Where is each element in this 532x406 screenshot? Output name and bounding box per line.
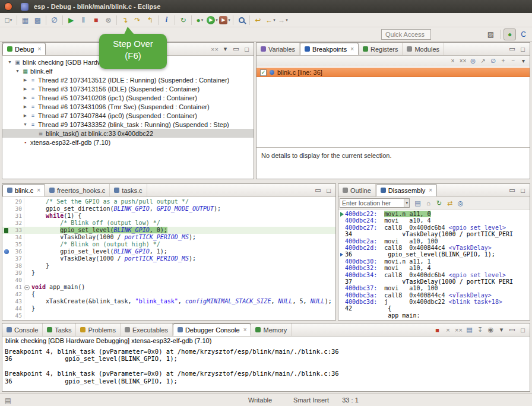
dropdown-caret-icon[interactable]: ▾ bbox=[228, 18, 230, 23]
debug-tree[interactable]: ▼▣blink checking [GDB Hardwar...▼▦blink.… bbox=[2, 56, 254, 179]
skip-all-breakpoints-toggle[interactable]: ∅ bbox=[488, 56, 498, 66]
dropdown-caret-icon[interactable]: ▾ bbox=[286, 18, 288, 23]
quick-access-input[interactable]: Quick Access bbox=[381, 29, 431, 40]
suspend-button[interactable]: ‖ bbox=[77, 14, 90, 26]
annotation-ruler[interactable] bbox=[2, 269, 10, 277]
tab-tasks-c[interactable]: tasks.c bbox=[110, 184, 147, 196]
tree-collapsed-arrow[interactable]: ▶ bbox=[21, 78, 29, 83]
home-button[interactable]: ⌂ bbox=[423, 198, 433, 208]
terminate-button[interactable]: ■ bbox=[90, 14, 102, 26]
breakpoint-item[interactable]: ✓ blink.c [line: 36] bbox=[256, 68, 530, 77]
terminate-button[interactable]: ■ bbox=[432, 325, 442, 335]
save-all-button[interactable]: ▩ bbox=[31, 14, 44, 26]
annotation-ruler[interactable] bbox=[2, 291, 10, 298]
annotation-ruler[interactable] bbox=[2, 220, 10, 227]
step-over-button[interactable]: ↷ bbox=[131, 14, 144, 26]
goto-file-button[interactable]: ↗ bbox=[478, 56, 488, 66]
tab-debugger-console[interactable]: Debugger Console× bbox=[173, 323, 252, 336]
view-menu-button[interactable]: ▾ bbox=[518, 56, 528, 66]
close-tab-icon[interactable]: × bbox=[37, 187, 40, 194]
tab-blink-c[interactable]: blink.c× bbox=[2, 184, 45, 196]
save-button[interactable]: ▦ bbox=[19, 14, 31, 26]
editor-presentation-icon[interactable]: ▤ bbox=[2, 395, 14, 406]
close-tab-icon[interactable]: × bbox=[37, 46, 41, 52]
annotation-ruler[interactable] bbox=[2, 227, 10, 234]
tree-row-thread-6[interactable]: ▶≡Thread #6 1073431096 (Tmr Svc) (Suspen… bbox=[2, 102, 254, 111]
annotation-ruler[interactable] bbox=[2, 205, 10, 212]
annotation-ruler[interactable] bbox=[2, 262, 10, 269]
annotation-ruler[interactable] bbox=[2, 284, 10, 291]
console-output[interactable]: Breakpoint 4, blink_task (pvParameter=0x… bbox=[2, 347, 530, 391]
tree-expanded-arrow[interactable]: ▼ bbox=[14, 69, 21, 73]
annotation-ruler[interactable] bbox=[2, 241, 10, 248]
skip-all-breakpoints-button[interactable]: ∅ bbox=[48, 14, 61, 26]
pin-console-button[interactable]: ◉ bbox=[486, 325, 496, 335]
location-combo[interactable]: Enter location her ▾ bbox=[340, 198, 410, 208]
maximize-button[interactable]: □ bbox=[518, 44, 528, 54]
new-button[interactable]: □▾ bbox=[2, 14, 15, 26]
minimize-button[interactable]: ▭ bbox=[507, 44, 517, 54]
tab-modules[interactable]: Modules bbox=[403, 43, 444, 55]
step-return-button[interactable]: ↰ bbox=[144, 14, 156, 26]
show-supported-breakpoints-button[interactable]: ◎ bbox=[468, 56, 478, 66]
annotation-ruler[interactable] bbox=[2, 312, 10, 319]
console-menu-button[interactable]: ▾ bbox=[496, 325, 506, 335]
remove-breakpoint-button[interactable]: × bbox=[448, 56, 458, 66]
annotation-ruler[interactable] bbox=[2, 198, 10, 205]
dropdown-caret-icon[interactable]: ▾ bbox=[10, 18, 12, 23]
tab-freertos-hooks-c[interactable]: freertos_hooks.c bbox=[45, 184, 110, 196]
tree-row-thread-7[interactable]: ▶≡Thread #7 1073407844 (ipc0) (Suspended… bbox=[2, 111, 254, 120]
maximize-button[interactable]: □ bbox=[242, 44, 252, 54]
collapse-all-button[interactable]: − bbox=[508, 56, 518, 66]
annotation-ruler[interactable] bbox=[2, 298, 10, 305]
clear-console-button[interactable]: ▤ bbox=[464, 325, 474, 335]
tracking-options-button[interactable]: ◎ bbox=[455, 198, 466, 208]
disassembly-ruler[interactable] bbox=[338, 212, 345, 217]
annotation-ruler[interactable] bbox=[2, 248, 10, 255]
disassembly-ruler[interactable] bbox=[338, 253, 345, 256]
tree-collapsed-arrow[interactable]: ▶ bbox=[21, 87, 29, 91]
annotation-ruler[interactable] bbox=[2, 277, 10, 284]
combo-dropdown-icon[interactable]: ▾ bbox=[404, 199, 409, 207]
run-button[interactable]: ▶▾ bbox=[206, 14, 218, 26]
tab-tasks[interactable]: Tasks bbox=[43, 323, 76, 336]
tree-row-gdb[interactable]: ▪xtensa-esp32-elf-gdb (7.10) bbox=[2, 138, 254, 147]
remove-all-breakpoints-button[interactable]: ×× bbox=[458, 56, 468, 66]
breakpoint-checkbox[interactable]: ✓ bbox=[260, 69, 267, 76]
tab-memory[interactable]: Memory bbox=[251, 323, 292, 336]
open-perspective-button[interactable]: ▨ bbox=[484, 28, 497, 40]
tab-debug[interactable]: Debug× bbox=[2, 43, 46, 55]
minimize-button[interactable]: ▭ bbox=[313, 185, 323, 195]
dropdown-caret-icon[interactable]: ▾ bbox=[216, 18, 218, 23]
remove-all-launches-button[interactable]: ×× bbox=[454, 325, 464, 335]
view-menu-button[interactable]: ▾ bbox=[220, 44, 230, 54]
back-button[interactable]: ←▾ bbox=[264, 14, 277, 26]
breakpoint-marker[interactable] bbox=[4, 249, 9, 254]
refresh-button[interactable]: ↻ bbox=[434, 198, 444, 208]
scroll-lock-button[interactable]: ↧ bbox=[475, 325, 485, 335]
tree-expanded-arrow[interactable]: ▼ bbox=[6, 60, 14, 64]
c-perspective-button[interactable]: C bbox=[517, 28, 530, 40]
resume-button[interactable]: ▶ bbox=[65, 14, 77, 26]
restart-button[interactable]: ↻ bbox=[177, 14, 189, 26]
code-editor[interactable]: 29 /* Set the GPIO as a push/pull output… bbox=[2, 197, 335, 320]
tree-collapsed-arrow[interactable]: ▶ bbox=[21, 104, 29, 109]
window-close-button[interactable] bbox=[4, 2, 12, 11]
dropdown-caret-icon[interactable]: ▾ bbox=[273, 18, 276, 23]
remove-all-terminated-button[interactable]: ×× bbox=[210, 44, 220, 54]
tree-row-thread-9[interactable]: ▼≡Thread #9 1073433352 (blink_task : Run… bbox=[2, 120, 254, 129]
close-tab-icon[interactable]: × bbox=[429, 187, 432, 194]
debug-perspective-button[interactable]: ● bbox=[504, 28, 516, 40]
annotation-ruler[interactable] bbox=[2, 255, 10, 262]
fold-collapse-icon[interactable]: − bbox=[24, 285, 30, 290]
tree-collapsed-arrow[interactable]: ▶ bbox=[21, 96, 29, 100]
tab-variables[interactable]: Variables bbox=[256, 43, 300, 55]
last-edit-location-button[interactable]: ↩ bbox=[252, 14, 264, 26]
tab-console[interactable]: Console bbox=[2, 323, 43, 336]
tree-row-thread-3[interactable]: ▶≡Thread #3 1073413156 (IDLE) (Suspended… bbox=[2, 84, 254, 93]
show-source-button[interactable]: ▤ bbox=[413, 198, 423, 208]
annotation-ruler[interactable] bbox=[2, 234, 10, 241]
expand-all-button[interactable]: + bbox=[498, 56, 508, 66]
step-into-button[interactable]: ↴ bbox=[119, 14, 131, 26]
maximize-button[interactable]: □ bbox=[518, 325, 528, 335]
